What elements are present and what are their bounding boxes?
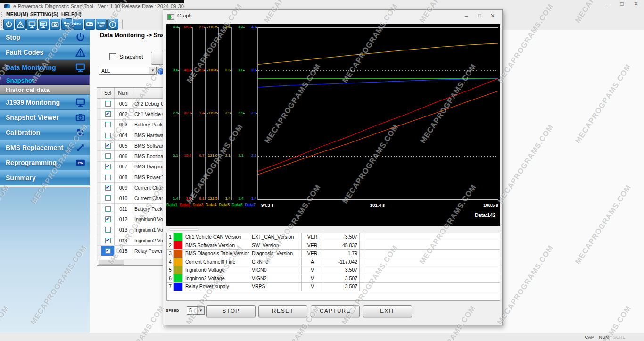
row-checkbox[interactable]: ✔ — [105, 143, 111, 149]
col-header-num[interactable]: Num — [115, 88, 132, 98]
sidebar-item-summary[interactable]: Summary — [0, 170, 90, 185]
sidebar-item-calibration[interactable]: Calibration — [0, 125, 90, 140]
snapshot-viewer-button[interactable] — [50, 19, 60, 30]
maximize-icon[interactable]: □ — [615, 0, 629, 8]
sel-cell[interactable]: ✔ — [101, 246, 115, 256]
sidebar-item-snapshot-viewer[interactable]: Snapshot Viewer — [0, 110, 90, 125]
graph-hscrollbar[interactable] — [166, 226, 500, 233]
signal-row-008[interactable]: 008BMS Power Table — [97, 172, 167, 183]
summary-button[interactable]: SUMMARY — [96, 19, 107, 30]
signal-row-002[interactable]: ✔002Ch1 Vehicle CAN — [97, 109, 167, 119]
stop-button[interactable]: STOP — [206, 305, 256, 317]
sel-cell[interactable] — [101, 172, 115, 182]
sel-cell[interactable]: ✔ — [101, 141, 115, 150]
values-row-2[interactable]: 2BMS Software VersionSW_VersionVER45.837 — [167, 241, 500, 250]
values-row-6[interactable]: 6Ingnition2 VoltageVIGN2V3.507 — [167, 274, 500, 283]
signal-row-012[interactable]: ✔012Ingnition0 Voltag — [97, 214, 167, 225]
row-checkbox[interactable] — [105, 153, 111, 159]
row-checkbox[interactable]: ✔ — [105, 111, 111, 117]
sel-cell[interactable]: ✔ — [101, 183, 115, 192]
signal-row-004[interactable]: 004BMS Hardware Ve — [97, 130, 167, 141]
values-row-4[interactable]: 4Current Channel0 FineCRNT0A-117.042 — [167, 258, 500, 266]
minimize-icon[interactable]: – — [601, 0, 615, 8]
row-checkbox[interactable]: ✔ — [105, 248, 111, 254]
sel-cell[interactable] — [101, 204, 115, 214]
close-icon[interactable]: ✕ — [629, 0, 643, 8]
row-checkbox[interactable] — [105, 133, 111, 138]
row-checkbox[interactable] — [105, 175, 111, 180]
row-checkbox[interactable]: ✔ — [105, 164, 111, 169]
sel-cell[interactable]: ✔ — [101, 109, 115, 119]
sel-cell[interactable] — [101, 130, 115, 140]
signal-row-015[interactable]: ✔015Relay Power supp — [97, 246, 167, 256]
values-row-3[interactable]: 3BMS Diagnosis Table VersionDiagnosis_Ve… — [167, 250, 500, 258]
sel-cell[interactable] — [101, 151, 115, 161]
values-row-5[interactable]: 5Ingnition0 VoltageVIGN0V3.507 — [167, 266, 500, 274]
sel-cell[interactable] — [101, 99, 115, 108]
sidebar-item-historical-data[interactable]: Historical data — [0, 85, 90, 95]
signal-row-010[interactable]: 010Current Channel — [97, 193, 167, 204]
num-cell: 004 — [115, 130, 132, 140]
power-button[interactable] — [3, 19, 14, 30]
sel-cell[interactable] — [101, 225, 115, 235]
row-checkbox[interactable]: ✔ — [105, 216, 111, 222]
signal-row-013[interactable]: 013Ingnition1 Voltag — [97, 225, 167, 235]
graph-close-icon[interactable]: ✕ — [487, 12, 498, 20]
info-button[interactable] — [107, 19, 118, 30]
sidebar-item-stop[interactable]: Stop — [0, 30, 90, 45]
sidebar-item-bms-replacement[interactable]: BMS Replacement — [0, 140, 90, 155]
signal-row-005[interactable]: ✔005BMS Software Ve — [97, 141, 167, 151]
menu-setting[interactable]: SETTING(S) — [30, 11, 58, 17]
signal-row-003[interactable]: 003Battery Pack Mod — [97, 120, 167, 130]
row-checkbox[interactable]: ✔ — [105, 185, 111, 191]
signal-row-011[interactable]: 011Battery Pack Cur — [97, 204, 167, 214]
data-monitoring-button[interactable] — [38, 19, 49, 30]
row-checkbox[interactable]: ✔ — [105, 238, 111, 243]
calibration-button[interactable] — [61, 19, 72, 30]
values-row-7[interactable]: 7Relay Power supplyVRPSV3.507 — [167, 283, 500, 291]
row-checkbox[interactable] — [105, 122, 111, 127]
empty-cell — [360, 233, 365, 241]
menu-help[interactable]: HELP(H) — [61, 11, 82, 17]
graph-titlebar[interactable]: Graph – □ ✕ — [163, 10, 502, 22]
sel-cell[interactable]: ✔ — [101, 214, 115, 224]
sidebar-item-reprogramming[interactable]: ReprogrammingPw — [0, 155, 90, 170]
exit-button[interactable]: EXIT — [363, 305, 412, 317]
sel-cell[interactable] — [101, 193, 115, 203]
speed-dropdown[interactable]: 5 ▼ — [187, 306, 205, 315]
signal-table-hscrollbar[interactable] — [98, 259, 166, 265]
signal-row-007[interactable]: ✔007BMS Diagnosis Ta — [97, 162, 167, 172]
signal-row-009[interactable]: ✔009Current Channel — [97, 183, 167, 193]
signal-row-001[interactable]: 001Ch2 Debug CAN — [97, 99, 167, 109]
sel-cell[interactable] — [101, 120, 115, 130]
row-checkbox[interactable] — [105, 206, 111, 212]
sel-cell[interactable]: ✔ — [101, 162, 115, 172]
col-header-name[interactable] — [132, 88, 167, 98]
graph-minimize-icon[interactable]: – — [461, 12, 472, 20]
sidebar-item-label: Historical data — [6, 86, 50, 93]
sidebar-item-snapshot[interactable]: Snapshot — [0, 75, 90, 85]
monitoring-button[interactable] — [26, 19, 37, 30]
edl-button[interactable]: EDL — [73, 19, 83, 30]
sel-cell[interactable]: ✔ — [101, 235, 115, 245]
values-row-1[interactable]: 1Ch1 Vehicle CAN VersionEXT_CAN_VersionV… — [167, 233, 500, 241]
col-header-sel[interactable]: Sel — [101, 88, 115, 98]
signal-row-006[interactable]: 006BMS Bootloader — [97, 151, 167, 161]
reprogramming-button[interactable]: Pw — [84, 19, 95, 30]
sidebar-item-data-monitoring[interactable]: Data Monitoring — [0, 60, 90, 75]
row-checkbox[interactable] — [105, 195, 111, 201]
signal-row-014[interactable]: ✔014Ingnition2 Voltag — [97, 235, 167, 246]
scrollbar-thumb[interactable] — [99, 260, 124, 265]
capture-button[interactable]: CAPTURE — [311, 305, 360, 317]
sidebar-item-fault-codes[interactable]: Fault Codes — [0, 45, 90, 60]
snapshot-checkbox[interactable] — [109, 53, 116, 60]
reset-button[interactable]: RESET — [258, 305, 307, 317]
fault-codes-button[interactable] — [15, 19, 26, 30]
sidebar-item-j1939-monitoring[interactable]: J1939 Monitoring — [0, 95, 90, 110]
filter-dropdown[interactable]: ALL ▼ — [99, 67, 157, 75]
graph-scroll-thumb[interactable] — [169, 229, 198, 230]
row-checkbox[interactable] — [105, 101, 111, 107]
row-checkbox[interactable] — [105, 227, 111, 233]
graph-maximize-icon[interactable]: □ — [474, 12, 485, 20]
menu-menu[interactable]: MENU(M) — [6, 11, 28, 17]
